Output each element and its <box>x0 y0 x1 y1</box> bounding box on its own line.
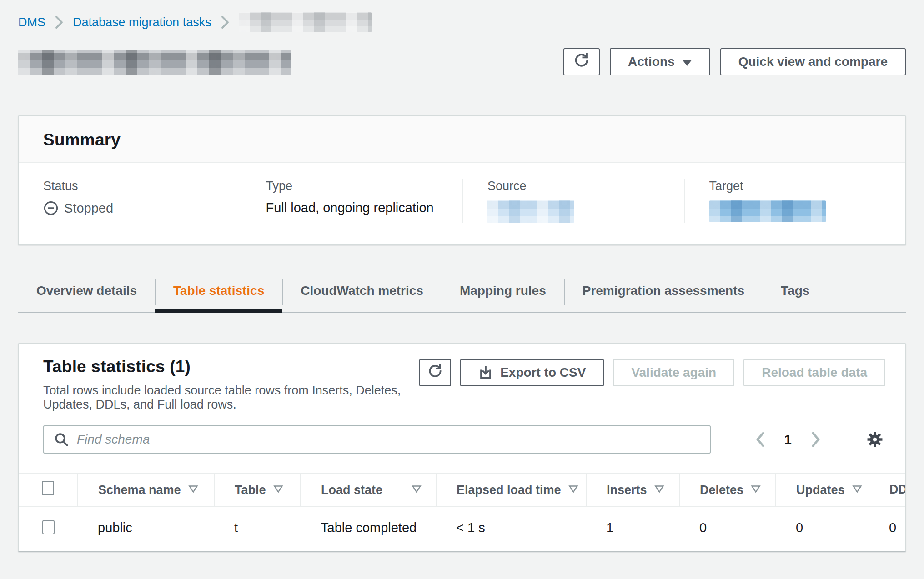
cell-load-state: Table completed <box>301 506 436 551</box>
summary-fields: Status Stopped Type Full load, ongoing r… <box>19 163 905 244</box>
cell-table: t <box>214 506 301 551</box>
page-title-redacted <box>18 50 291 75</box>
column-header-load-state[interactable]: Load state <box>301 473 436 506</box>
summary-card: Summary Status Stopped Type <box>18 115 906 245</box>
stopped-icon <box>43 200 59 216</box>
validate-again-label: Validate again <box>631 365 716 380</box>
target-value-redacted[interactable] <box>709 200 826 222</box>
schema-search <box>43 425 711 454</box>
tab-premigration-assessments[interactable]: Premigration assessments <box>564 276 763 312</box>
cell-schema-name: public <box>78 506 214 551</box>
table-statistics-table: Schema name Table Load state Elapsed loa… <box>19 473 905 551</box>
column-header-ddls[interactable]: DDLs <box>869 473 906 506</box>
row-checkbox[interactable] <box>42 520 55 534</box>
tab-tags[interactable]: Tags <box>763 276 828 312</box>
type-value: Full load, ongoing replication <box>266 200 434 215</box>
breadcrumb-link-dms[interactable]: DMS <box>18 15 45 30</box>
export-csv-label: Export to CSV <box>500 365 586 380</box>
header-actions: Actions Quick view and compare <box>563 48 906 75</box>
target-label: Target <box>709 179 888 193</box>
tab-table-statistics[interactable]: Table statistics <box>155 276 282 312</box>
sort-icon <box>751 482 761 496</box>
chevron-right-icon <box>55 15 64 29</box>
cell-ddls: 0 <box>869 506 906 551</box>
actions-button-label: Actions <box>628 55 675 69</box>
summary-card-header: Summary <box>19 116 905 163</box>
refresh-icon <box>573 52 590 72</box>
quick-view-compare-button[interactable]: Quick view and compare <box>720 48 906 75</box>
column-header-updates[interactable]: Updates <box>776 473 869 506</box>
sort-icon <box>412 482 422 496</box>
column-header-schema-name[interactable]: Schema name <box>78 473 214 506</box>
cell-deletes: 0 <box>679 506 776 551</box>
summary-field-status: Status Stopped <box>19 179 241 223</box>
breadcrumb-current-redacted <box>239 12 372 32</box>
reload-table-data-label: Reload table data <box>762 365 867 380</box>
breadcrumb-link-migration-tasks[interactable]: Database migration tasks <box>73 15 211 30</box>
sort-icon <box>852 482 862 496</box>
type-label: Type <box>266 179 444 193</box>
page-header: Actions Quick view and compare <box>18 48 906 77</box>
export-csv-button[interactable]: Export to CSV <box>460 359 604 386</box>
summary-field-type: Type Full load, ongoing replication <box>241 179 462 223</box>
summary-field-target: Target <box>684 179 906 223</box>
column-header-table[interactable]: Table <box>214 473 301 506</box>
summary-field-source: Source <box>462 179 684 223</box>
table-statistics-card: Table statistics (1) Total rows include … <box>18 343 906 551</box>
search-icon <box>53 431 70 448</box>
table-header-row: Schema name Table Load state Elapsed loa… <box>19 473 906 506</box>
task-tabs: Overview details Table statistics CloudW… <box>18 276 906 313</box>
breadcrumb: DMS Database migration tasks <box>18 12 906 33</box>
table-statistics-description: Total rows include loaded source table r… <box>43 384 419 412</box>
toolbar-divider <box>844 427 844 452</box>
select-all-checkbox[interactable] <box>42 481 54 495</box>
caret-down-icon <box>682 60 692 66</box>
summary-title: Summary <box>43 130 881 150</box>
table-row: public t Table completed < 1 s 1 0 0 0 <box>19 506 906 551</box>
next-page-button[interactable] <box>808 430 824 449</box>
gear-icon <box>865 430 884 449</box>
tab-mapping-rules[interactable]: Mapping rules <box>442 276 564 312</box>
column-header-deletes[interactable]: Deletes <box>679 473 776 506</box>
pagination: 1 <box>753 427 885 452</box>
cell-inserts: 1 <box>586 506 679 551</box>
status-label: Status <box>43 179 222 193</box>
find-schema-input[interactable] <box>77 432 701 447</box>
table-statistics-header: Table statistics (1) Total rows include … <box>19 344 905 412</box>
refresh-icon <box>427 364 443 382</box>
cell-updates: 0 <box>776 506 869 551</box>
tab-overview-details[interactable]: Overview details <box>18 276 155 312</box>
cell-elapsed-load-time: < 1 s <box>436 506 586 551</box>
validate-again-button[interactable]: Validate again <box>613 359 734 386</box>
chevron-right-icon <box>221 15 230 29</box>
reload-table-data-button[interactable]: Reload table data <box>743 359 885 386</box>
status-value: Stopped <box>64 201 113 216</box>
table-statistics-title: Table statistics (1) <box>43 357 419 376</box>
download-icon <box>478 365 493 380</box>
refresh-button[interactable] <box>563 48 600 75</box>
quick-view-compare-label: Quick view and compare <box>738 55 888 69</box>
sort-icon <box>654 482 664 496</box>
actions-button[interactable]: Actions <box>610 48 710 75</box>
sort-icon <box>273 482 283 496</box>
previous-page-button[interactable] <box>753 430 768 449</box>
source-label: Source <box>487 179 666 193</box>
current-page-number: 1 <box>784 432 792 447</box>
dms-task-page: DMS Database migration tasks Actions <box>0 0 924 579</box>
column-header-inserts[interactable]: Inserts <box>586 473 679 506</box>
column-header-elapsed-load-time[interactable]: Elapsed load time <box>436 473 586 506</box>
source-value-redacted[interactable] <box>487 200 574 223</box>
sort-icon <box>568 482 578 496</box>
sort-icon <box>188 482 198 496</box>
table-toolbar: 1 <box>19 425 905 454</box>
tab-cloudwatch-metrics[interactable]: CloudWatch metrics <box>282 276 442 312</box>
table-preferences-button[interactable] <box>864 429 885 450</box>
table-statistics-buttons: Export to CSV Validate again Reload tabl… <box>419 357 885 386</box>
table-refresh-button[interactable] <box>419 359 451 386</box>
